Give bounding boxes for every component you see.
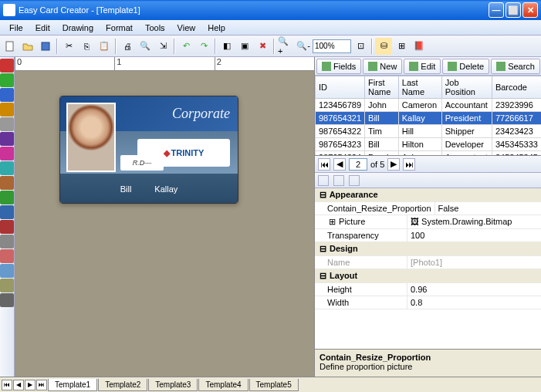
prop-row[interactable]: Contain_Resize_ProportionFalse — [315, 202, 541, 215]
column-header[interactable]: ID — [316, 76, 365, 99]
paste-tool-icon[interactable] — [0, 132, 14, 146]
tab-first-icon[interactable]: ⏮ — [2, 380, 12, 390]
maximize-button[interactable]: ⬜ — [505, 2, 521, 18]
cut-tool-icon[interactable] — [0, 103, 14, 117]
menu-edit[interactable]: Edit — [29, 22, 56, 34]
zoom-fit-icon[interactable]: ⊡ — [352, 38, 369, 55]
group-tool-icon[interactable] — [0, 161, 14, 175]
record-icon[interactable]: ⊞ — [393, 38, 410, 55]
card-brand: Corporate — [172, 106, 230, 122]
pager-prev-icon[interactable]: ◀ — [333, 158, 346, 171]
prop-category[interactable]: ⊟ Design — [315, 242, 541, 256]
record-pager: ⏮ ◀ of 5 ▶ ⏭ — [315, 156, 541, 173]
table-row[interactable]: 987654322TimHillShipper23423423 — [316, 125, 542, 138]
menu-view[interactable]: View — [171, 22, 202, 34]
align-left-icon[interactable]: ◧ — [218, 38, 235, 55]
template-tab[interactable]: Template2 — [98, 379, 147, 391]
new-button[interactable]: New — [363, 59, 402, 74]
lock-tool-icon[interactable] — [0, 293, 14, 307]
layer-tool-icon[interactable] — [0, 147, 14, 161]
column-header[interactable]: Barcode — [492, 76, 541, 99]
main-toolbar: ✂ ⎘ 📋 🖨 🔍 ⇲ ↶ ↷ ◧ ▣ ✖ 🔍+ 🔍- ⊡ ⛁ ⊞ 📕 — [0, 35, 541, 57]
close-button[interactable]: ✕ — [522, 2, 538, 18]
export-icon[interactable]: ⇲ — [154, 38, 171, 55]
zoom-out-icon[interactable]: 🔍- — [295, 38, 312, 55]
prop-page-icon[interactable] — [349, 175, 360, 186]
cut-icon[interactable]: ✂ — [60, 38, 77, 55]
delete-icon[interactable]: ✖ — [254, 38, 271, 55]
pager-next-icon[interactable]: ▶ — [387, 158, 400, 171]
open-tool-icon[interactable] — [0, 73, 14, 87]
export-tool-icon[interactable] — [0, 279, 14, 292]
new-icon[interactable] — [2, 38, 19, 55]
user-tool-icon[interactable] — [0, 249, 14, 263]
copy-tool-icon[interactable] — [0, 117, 14, 131]
prop-cat-icon[interactable] — [318, 175, 329, 186]
template-tab[interactable]: Template5 — [249, 379, 299, 391]
menu-tools[interactable]: Tools — [139, 22, 171, 34]
shape-tool-icon[interactable] — [0, 205, 14, 219]
zoom-input[interactable] — [313, 39, 351, 53]
paste-icon[interactable]: 📋 — [96, 38, 113, 55]
copy-icon[interactable]: ⎘ — [78, 38, 95, 55]
tab-prev-icon[interactable]: ◀ — [13, 380, 24, 390]
table-row[interactable]: 987654321BillKallayPresident77266617 — [316, 112, 542, 125]
ruler-horizontal: 012 — [15, 57, 314, 71]
tab-next-icon[interactable]: ▶ — [25, 380, 36, 390]
prop-category[interactable]: ⊟ Appearance — [315, 188, 541, 202]
select-tool-icon[interactable] — [0, 235, 14, 248]
tool-palette — [0, 57, 15, 377]
redo-icon[interactable]: ↷ — [195, 38, 212, 55]
prop-row[interactable]: Height0.96 — [315, 283, 541, 296]
db-icon[interactable]: ⛁ — [375, 38, 392, 55]
column-header[interactable]: Job Position — [441, 76, 492, 99]
print-icon[interactable]: 🖨 — [119, 38, 136, 55]
help-icon[interactable]: 📕 — [411, 38, 428, 55]
prop-row[interactable]: ⊞ Picture🖼 System.Drawing.Bitmap — [315, 215, 541, 229]
template-tab[interactable]: Template3 — [148, 379, 198, 391]
image-tool-icon[interactable] — [0, 220, 14, 234]
open-icon[interactable] — [19, 38, 36, 55]
prop-row[interactable]: Width0.8 — [315, 296, 541, 309]
card-photo[interactable] — [66, 103, 116, 172]
table-row[interactable]: 123456789JohnCameronAccountant23923996 — [316, 99, 542, 112]
prop-az-icon[interactable] — [333, 175, 344, 186]
pager-page-input[interactable] — [349, 158, 367, 171]
template-tab[interactable]: Template4 — [198, 379, 248, 391]
save-icon[interactable] — [37, 38, 54, 55]
pager-first-icon[interactable]: ⏮ — [318, 158, 330, 171]
align-center-icon[interactable]: ▣ — [236, 38, 253, 55]
fields-button[interactable]: Fields — [316, 59, 361, 74]
print-tool-icon[interactable] — [0, 264, 14, 278]
preview-icon[interactable]: 🔍 — [137, 38, 154, 55]
edit-button[interactable]: Edit — [404, 59, 441, 74]
save-tool-icon[interactable] — [0, 88, 14, 102]
prop-row[interactable]: Name[Photo1] — [315, 256, 541, 269]
undo-icon[interactable]: ↶ — [178, 38, 194, 55]
window-title: Easy Card Creator - [Template1] — [19, 5, 140, 15]
search-button[interactable]: Search — [491, 59, 540, 74]
svg-rect-0 — [6, 42, 13, 51]
db-tool-icon[interactable] — [0, 176, 14, 190]
records-grid[interactable]: IDFirst NameLast NameJob PositionBarcode… — [315, 76, 541, 156]
menu-drawing[interactable]: Drawing — [56, 22, 100, 34]
property-grid[interactable]: ⊟ AppearanceContain_Resize_ProportionFal… — [315, 188, 541, 349]
text-tool-icon[interactable] — [0, 191, 14, 204]
id-card[interactable]: Corporate Bill Kallay ◆TRINITY R.D— — [59, 96, 238, 204]
menu-format[interactable]: Format — [100, 22, 139, 34]
new-tool-icon[interactable] — [0, 59, 14, 73]
prop-category[interactable]: ⊟ Layout — [315, 269, 541, 283]
minimize-button[interactable]: — — [489, 2, 504, 18]
zoom-in-icon[interactable]: 🔍+ — [277, 38, 294, 55]
template-tab[interactable]: Template1 — [48, 379, 97, 391]
menu-file[interactable]: File — [3, 22, 29, 34]
pager-last-icon[interactable]: ⏭ — [403, 158, 415, 171]
menu-help[interactable]: Help — [201, 22, 232, 34]
design-canvas[interactable]: Corporate Bill Kallay ◆TRINITY R.D— — [15, 71, 314, 377]
column-header[interactable]: First Name — [365, 76, 399, 99]
tab-last-icon[interactable]: ⏭ — [36, 380, 47, 390]
table-row[interactable]: 987654323BillHiltonDeveloper345345333 — [316, 138, 542, 151]
column-header[interactable]: Last Name — [398, 76, 441, 99]
delete-button[interactable]: Delete — [442, 59, 489, 74]
prop-row[interactable]: Transparency100 — [315, 229, 541, 242]
